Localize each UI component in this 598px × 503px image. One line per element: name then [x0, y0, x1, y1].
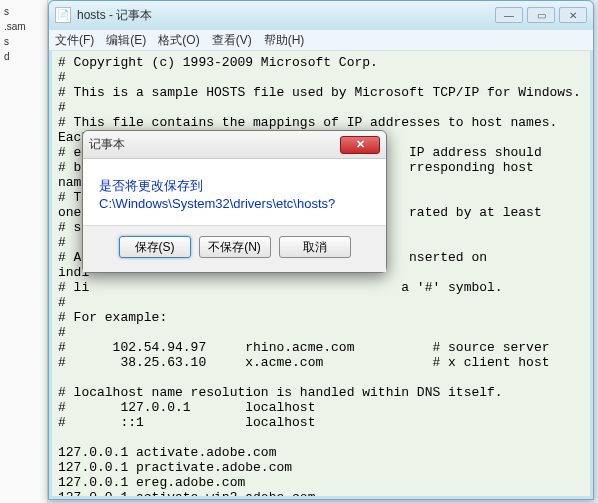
modal-backdrop: 记事本 ✕ 是否将更改保存到 C:\Windows\System32\drive…: [0, 0, 598, 503]
cancel-button[interactable]: 取消: [279, 236, 351, 258]
dialog-close-button[interactable]: ✕: [340, 136, 380, 154]
dialog-message: 是否将更改保存到 C:\Windows\System32\drivers\etc…: [83, 159, 386, 225]
dialog-message-line2: C:\Windows\System32\drivers\etc\hosts?: [99, 195, 370, 213]
save-button[interactable]: 保存(S): [119, 236, 191, 258]
dialog-titlebar[interactable]: 记事本 ✕: [83, 131, 386, 159]
save-dialog: 记事本 ✕ 是否将更改保存到 C:\Windows\System32\drive…: [82, 130, 387, 273]
dialog-button-row: 保存(S) 不保存(N) 取消: [83, 225, 386, 272]
dialog-title: 记事本: [89, 136, 340, 153]
dialog-message-line1: 是否将更改保存到: [99, 177, 370, 195]
dont-save-button[interactable]: 不保存(N): [199, 236, 271, 258]
